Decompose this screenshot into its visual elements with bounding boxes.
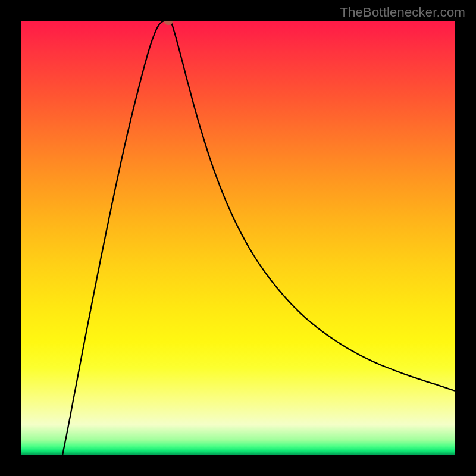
plot-area <box>21 21 455 455</box>
chart-frame: TheBottlenecker.com <box>0 0 476 476</box>
curve-left-branch <box>62 21 164 455</box>
attribution-label: TheBottlenecker.com <box>340 5 465 20</box>
bottleneck-curve <box>21 21 455 455</box>
curve-right-branch <box>171 21 455 391</box>
